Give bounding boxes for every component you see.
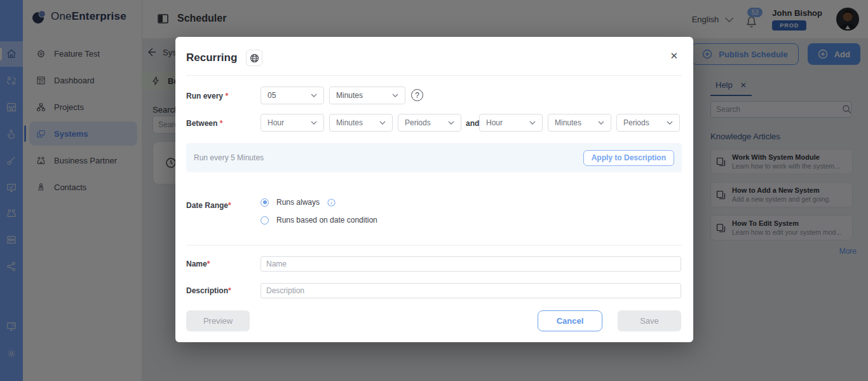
chevron-down-icon [448, 121, 454, 125]
chevron-down-icon [311, 121, 317, 125]
name-input[interactable] [261, 256, 681, 272]
schedule-summary-bar: Run every 5 Minutes Apply to Description [186, 143, 682, 172]
modal-close-icon[interactable]: ✕ [670, 51, 678, 60]
chevron-down-icon [667, 121, 673, 125]
info-icon[interactable] [327, 198, 336, 207]
run-every-unit-select[interactable]: Minutes [329, 87, 405, 104]
modal-title: Recurring [186, 52, 237, 64]
apply-to-description-button[interactable]: Apply to Description [583, 150, 674, 166]
between-start-periods-select[interactable]: Periods [398, 114, 461, 132]
recurring-modal: Recurring ✕ Run every * 05 Minutes ? Bet… [175, 37, 693, 342]
between-end-periods-select[interactable]: Periods [616, 114, 680, 132]
between-end-hour-select[interactable]: Hour [479, 114, 543, 132]
save-button[interactable]: Save [618, 310, 681, 331]
chevron-down-icon [392, 94, 398, 97]
globe-icon [250, 53, 259, 63]
and-label: and [466, 119, 479, 128]
run-every-help-icon[interactable]: ? [411, 89, 423, 101]
run-every-value-select[interactable]: 05 [261, 87, 324, 104]
divider [186, 245, 682, 246]
description-input[interactable] [261, 283, 681, 298]
between-end-minutes-select[interactable]: Minutes [548, 114, 611, 132]
date-range-label: Date Range* [186, 201, 231, 210]
between-start-minutes-select[interactable]: Minutes [329, 114, 393, 132]
radio-selected-icon[interactable] [261, 198, 269, 207]
chevron-down-icon [379, 121, 386, 125]
schedule-summary-text: Run every 5 Minutes [194, 153, 264, 162]
app-root: OneEnterprise Feature Test Dashboard Pro… [0, 0, 868, 381]
radio-runs-based-on-date[interactable]: Runs based on date condition [261, 216, 377, 225]
radio-unselected-icon[interactable] [261, 216, 269, 225]
translate-globe-button[interactable] [246, 50, 262, 66]
chevron-down-icon [529, 121, 536, 125]
chevron-down-icon [598, 121, 604, 125]
chevron-down-icon [311, 94, 317, 97]
cancel-button[interactable]: Cancel [538, 310, 602, 331]
preview-button[interactable]: Preview [186, 310, 250, 331]
name-label: Name* [186, 260, 210, 268]
description-label: Description* [186, 286, 231, 295]
divider [186, 75, 682, 76]
radio-runs-always[interactable]: Runs always [261, 198, 336, 207]
between-start-hour-select[interactable]: Hour [261, 114, 324, 132]
run-every-label: Run every * [186, 92, 228, 100]
between-label: Between * [186, 119, 222, 128]
